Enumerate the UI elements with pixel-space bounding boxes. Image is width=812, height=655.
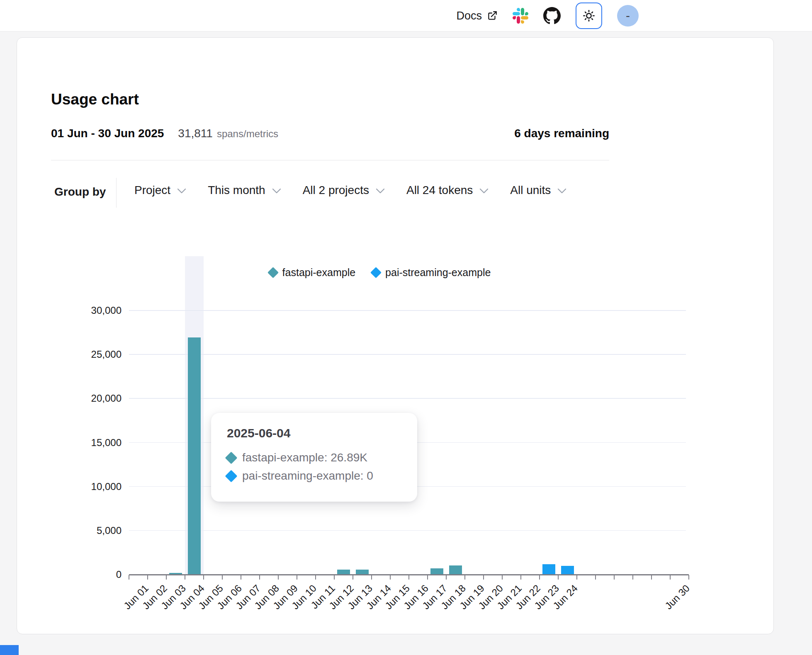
- filter-dropdowns: Project This month All 2 projects All 24…: [134, 184, 566, 197]
- total-unit: spans/metrics: [217, 128, 278, 140]
- time-range-dropdown[interactable]: This month: [208, 184, 281, 197]
- chevron-down-icon: [557, 188, 566, 194]
- tokens-dropdown-value: All 24 tokens: [406, 184, 473, 197]
- axis-tick: [502, 575, 503, 580]
- github-icon[interactable]: [543, 7, 561, 24]
- tooltip-diamond-icon: [225, 451, 238, 464]
- y-axis-label: 0: [42, 569, 122, 580]
- axis-tick: [483, 575, 484, 580]
- projects-dropdown-value: All 2 projects: [303, 184, 369, 197]
- axis-tick: [558, 575, 559, 580]
- bar-jun-03-fastapi-example[interactable]: [169, 573, 182, 574]
- axis-tick: [446, 575, 447, 580]
- slack-icon[interactable]: [513, 8, 528, 24]
- usage-card: Usage chart 01 Jun - 30 Jun 2025 31,811 …: [17, 37, 774, 634]
- y-axis-label: 5,000: [42, 525, 122, 536]
- grid-line: [129, 530, 686, 531]
- tokens-dropdown[interactable]: All 24 tokens: [406, 184, 489, 197]
- avatar[interactable]: -: [617, 5, 639, 27]
- axis-tick: [614, 575, 615, 580]
- chevron-down-icon: [272, 188, 281, 194]
- days-remaining: 6 days remaining: [514, 127, 609, 140]
- bar-jun-17-fastapi-example[interactable]: [430, 568, 443, 574]
- axis-tick: [427, 575, 428, 580]
- x-axis-label: Jun 30: [663, 582, 692, 612]
- stats-row: 01 Jun - 30 Jun 2025 31,811 spans/metric…: [51, 127, 609, 140]
- divider: [51, 160, 609, 160]
- axis-tick: [632, 575, 633, 580]
- axis-tick: [390, 575, 391, 580]
- bar-jun-13-fastapi-example[interactable]: [356, 570, 369, 574]
- axis-tick: [315, 575, 316, 580]
- units-dropdown[interactable]: All units: [510, 184, 566, 197]
- y-axis-label: 20,000: [42, 393, 122, 404]
- external-link-icon: [487, 10, 498, 21]
- axis-tick: [297, 575, 297, 580]
- bar-jun-04-fastapi-example[interactable]: [188, 337, 201, 574]
- axis-tick: [334, 575, 335, 580]
- axis-tick: [595, 575, 596, 580]
- bar-jun-24-pai-streaming-example[interactable]: [561, 566, 574, 574]
- tooltip-rows: fastapi-example: 26.89Kpai-streaming-exa…: [227, 449, 401, 485]
- top-bar-actions: Docs: [456, 0, 639, 32]
- y-axis-label: 25,000: [42, 349, 122, 360]
- axis-tick: [670, 575, 671, 580]
- axis-tick: [539, 575, 540, 580]
- tooltip-row: fastapi-example: 26.89K: [227, 449, 401, 467]
- axis-tick: [203, 575, 204, 580]
- bar-jun-12-fastapi-example[interactable]: [337, 570, 350, 574]
- axis-tick: [408, 575, 409, 580]
- top-bar: Docs: [0, 0, 812, 32]
- vertical-divider: [116, 178, 117, 208]
- axis-tick: [278, 575, 279, 580]
- sun-icon: [582, 9, 596, 22]
- axis-tick: [353, 575, 353, 580]
- chart-tooltip: 2025-06-04 fastapi-example: 26.89Kpai-st…: [211, 413, 417, 502]
- avatar-label: -: [626, 9, 630, 23]
- chevron-down-icon: [376, 188, 385, 194]
- axis-tick: [166, 575, 167, 580]
- axis-tick: [464, 575, 465, 580]
- axis-tick: [576, 575, 577, 580]
- grid-line: [129, 310, 686, 311]
- tooltip-row: pai-streaming-example: 0: [227, 467, 401, 485]
- tooltip-diamond-icon: [225, 470, 238, 482]
- bottom-left-partial-element[interactable]: [0, 645, 19, 655]
- page: Docs: [0, 0, 812, 655]
- docs-link-label: Docs: [456, 10, 482, 22]
- axis-tick: [185, 575, 185, 580]
- units-dropdown-value: All units: [510, 184, 551, 197]
- date-range: 01 Jun - 30 Jun 2025: [51, 127, 164, 140]
- tooltip-row-text: pai-streaming-example: 0: [242, 469, 373, 483]
- y-axis-label: 15,000: [42, 437, 122, 449]
- axis-tick: [371, 575, 372, 580]
- axis-tick: [688, 575, 689, 580]
- docs-link[interactable]: Docs: [456, 10, 498, 22]
- time-range-dropdown-value: This month: [208, 184, 265, 197]
- theme-toggle-button[interactable]: [576, 2, 602, 29]
- chevron-down-icon: [479, 188, 489, 194]
- y-axis-labels: 05,00010,00015,00020,00025,00030,000: [42, 256, 122, 575]
- group-by-dropdown-value: Project: [134, 184, 170, 197]
- axis-tick: [241, 575, 241, 580]
- tooltip-date: 2025-06-04: [227, 426, 401, 440]
- axis-tick: [129, 575, 129, 580]
- grid-line: [129, 398, 686, 399]
- axis-tick: [651, 575, 652, 580]
- chevron-down-icon: [177, 188, 186, 194]
- y-axis-label: 10,000: [42, 481, 122, 492]
- projects-dropdown[interactable]: All 2 projects: [303, 184, 385, 197]
- bar-jun-23-pai-streaming-example[interactable]: [542, 564, 555, 574]
- grid-line: [129, 354, 686, 355]
- group-by-dropdown[interactable]: Project: [134, 184, 186, 197]
- axis-tick: [222, 575, 223, 580]
- group-by-label: Group by: [54, 185, 106, 199]
- bar-jun-18-fastapi-example[interactable]: [449, 565, 462, 574]
- filter-row: Group by Project This month All 2 projec…: [17, 178, 774, 208]
- axis-tick: [259, 575, 260, 580]
- page-title: Usage chart: [51, 91, 139, 108]
- axis-tick: [520, 575, 521, 580]
- total-count: 31,811: [178, 127, 213, 140]
- axis-tick: [147, 575, 148, 580]
- y-axis-label: 30,000: [42, 305, 122, 316]
